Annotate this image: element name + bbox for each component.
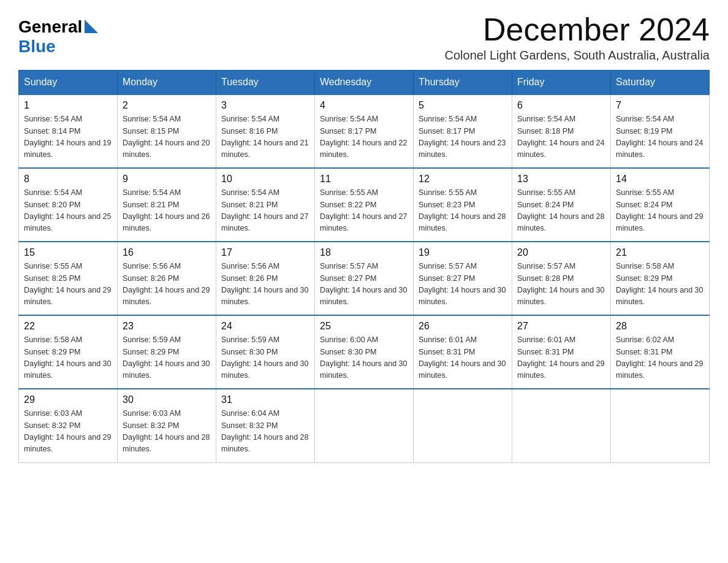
day-number: 20 xyxy=(517,247,605,258)
table-row: 30Sunrise: 6:03 AMSunset: 8:32 PMDayligh… xyxy=(118,389,216,462)
logo-icon: General Blue xyxy=(18,17,98,56)
day-number: 30 xyxy=(123,394,211,405)
day-info: Sunrise: 6:04 AMSunset: 8:32 PMDaylight:… xyxy=(221,408,309,456)
table-row: 22Sunrise: 5:58 AMSunset: 8:29 PMDayligh… xyxy=(19,315,118,389)
day-number: 7 xyxy=(616,100,704,111)
table-row: 21Sunrise: 5:58 AMSunset: 8:29 PMDayligh… xyxy=(611,242,710,315)
day-info: Sunrise: 5:57 AMSunset: 8:27 PMDaylight:… xyxy=(419,261,507,308)
day-info: Sunrise: 5:54 AMSunset: 8:17 PMDaylight:… xyxy=(320,113,408,161)
table-row: 20Sunrise: 5:57 AMSunset: 8:28 PMDayligh… xyxy=(512,242,611,315)
day-info: Sunrise: 5:58 AMSunset: 8:29 PMDaylight:… xyxy=(24,334,112,382)
table-row: 28Sunrise: 6:02 AMSunset: 8:31 PMDayligh… xyxy=(611,315,710,389)
day-info: Sunrise: 5:54 AMSunset: 8:20 PMDaylight:… xyxy=(24,187,112,235)
day-info: Sunrise: 6:00 AMSunset: 8:30 PMDaylight:… xyxy=(320,334,408,382)
logo-general-text: General xyxy=(18,17,82,37)
day-info: Sunrise: 5:59 AMSunset: 8:30 PMDaylight:… xyxy=(221,334,309,382)
day-number: 31 xyxy=(221,394,309,405)
table-row: 18Sunrise: 5:57 AMSunset: 8:27 PMDayligh… xyxy=(315,242,414,315)
table-row: 24Sunrise: 5:59 AMSunset: 8:30 PMDayligh… xyxy=(216,315,315,389)
day-info: Sunrise: 5:55 AMSunset: 8:23 PMDaylight:… xyxy=(419,187,507,235)
table-row: 25Sunrise: 6:00 AMSunset: 8:30 PMDayligh… xyxy=(315,315,414,389)
table-row: 12Sunrise: 5:55 AMSunset: 8:23 PMDayligh… xyxy=(414,168,512,242)
header-sunday: Sunday xyxy=(19,71,118,95)
table-row: 26Sunrise: 6:01 AMSunset: 8:31 PMDayligh… xyxy=(414,315,512,389)
table-row xyxy=(512,389,611,462)
day-number: 10 xyxy=(221,174,309,185)
day-info: Sunrise: 5:55 AMSunset: 8:24 PMDaylight:… xyxy=(517,187,605,235)
table-row: 6Sunrise: 5:54 AMSunset: 8:18 PMDaylight… xyxy=(512,94,611,168)
day-info: Sunrise: 5:54 AMSunset: 8:16 PMDaylight:… xyxy=(221,113,309,161)
day-number: 16 xyxy=(123,247,211,258)
day-info: Sunrise: 6:03 AMSunset: 8:32 PMDaylight:… xyxy=(24,408,112,456)
table-row: 7Sunrise: 5:54 AMSunset: 8:19 PMDaylight… xyxy=(611,94,710,168)
header-thursday: Thursday xyxy=(414,71,512,95)
day-number: 8 xyxy=(24,174,112,185)
day-info: Sunrise: 5:57 AMSunset: 8:27 PMDaylight:… xyxy=(320,261,408,308)
table-row: 2Sunrise: 5:54 AMSunset: 8:15 PMDaylight… xyxy=(118,94,216,168)
header-saturday: Saturday xyxy=(611,71,710,95)
day-info: Sunrise: 5:54 AMSunset: 8:18 PMDaylight:… xyxy=(517,113,605,161)
day-info: Sunrise: 5:56 AMSunset: 8:26 PMDaylight:… xyxy=(123,261,211,308)
table-row: 19Sunrise: 5:57 AMSunset: 8:27 PMDayligh… xyxy=(414,242,512,315)
day-number: 22 xyxy=(24,321,112,332)
logo-blue-text: Blue xyxy=(18,37,56,56)
calendar-week-row: 29Sunrise: 6:03 AMSunset: 8:32 PMDayligh… xyxy=(19,389,710,462)
svg-marker-0 xyxy=(85,20,98,33)
day-number: 5 xyxy=(419,100,507,111)
day-info: Sunrise: 5:55 AMSunset: 8:22 PMDaylight:… xyxy=(320,187,408,235)
logo-arrow-icon xyxy=(85,20,98,33)
day-number: 12 xyxy=(419,174,507,185)
table-row: 5Sunrise: 5:54 AMSunset: 8:17 PMDaylight… xyxy=(414,94,512,168)
day-number: 11 xyxy=(320,174,408,185)
table-row: 15Sunrise: 5:55 AMSunset: 8:25 PMDayligh… xyxy=(19,242,118,315)
day-number: 14 xyxy=(616,174,704,185)
table-row: 11Sunrise: 5:55 AMSunset: 8:22 PMDayligh… xyxy=(315,168,414,242)
day-number: 13 xyxy=(517,174,605,185)
day-info: Sunrise: 5:58 AMSunset: 8:29 PMDaylight:… xyxy=(616,261,704,308)
day-number: 2 xyxy=(123,100,211,111)
table-row: 4Sunrise: 5:54 AMSunset: 8:17 PMDaylight… xyxy=(315,94,414,168)
day-number: 3 xyxy=(221,100,309,111)
table-row: 3Sunrise: 5:54 AMSunset: 8:16 PMDaylight… xyxy=(216,94,315,168)
header-friday: Friday xyxy=(512,71,611,95)
calendar-header-row: Sunday Monday Tuesday Wednesday Thursday… xyxy=(19,71,710,95)
table-row: 16Sunrise: 5:56 AMSunset: 8:26 PMDayligh… xyxy=(118,242,216,315)
day-info: Sunrise: 5:54 AMSunset: 8:19 PMDaylight:… xyxy=(616,113,704,161)
table-row: 31Sunrise: 6:04 AMSunset: 8:32 PMDayligh… xyxy=(216,389,315,462)
day-number: 6 xyxy=(517,100,605,111)
table-row: 23Sunrise: 5:59 AMSunset: 8:29 PMDayligh… xyxy=(118,315,216,389)
table-row: 29Sunrise: 6:03 AMSunset: 8:32 PMDayligh… xyxy=(19,389,118,462)
calendar-week-row: 1Sunrise: 5:54 AMSunset: 8:14 PMDaylight… xyxy=(19,94,710,168)
day-number: 4 xyxy=(320,100,408,111)
day-info: Sunrise: 5:56 AMSunset: 8:26 PMDaylight:… xyxy=(221,261,309,308)
day-number: 25 xyxy=(320,321,408,332)
calendar-title: December 2024 xyxy=(445,12,710,47)
day-number: 18 xyxy=(320,247,408,258)
page-header: General Blue December 2024 Colonel Light… xyxy=(18,12,710,63)
table-row xyxy=(414,389,512,462)
table-row: 8Sunrise: 5:54 AMSunset: 8:20 PMDaylight… xyxy=(19,168,118,242)
header-monday: Monday xyxy=(118,71,216,95)
day-info: Sunrise: 5:55 AMSunset: 8:24 PMDaylight:… xyxy=(616,187,704,235)
day-number: 29 xyxy=(24,394,112,405)
day-info: Sunrise: 5:57 AMSunset: 8:28 PMDaylight:… xyxy=(517,261,605,308)
table-row: 17Sunrise: 5:56 AMSunset: 8:26 PMDayligh… xyxy=(216,242,315,315)
day-number: 28 xyxy=(616,321,704,332)
day-number: 9 xyxy=(123,174,211,185)
calendar-week-row: 8Sunrise: 5:54 AMSunset: 8:20 PMDaylight… xyxy=(19,168,710,242)
day-info: Sunrise: 6:01 AMSunset: 8:31 PMDaylight:… xyxy=(517,334,605,382)
day-info: Sunrise: 5:54 AMSunset: 8:14 PMDaylight:… xyxy=(24,113,112,161)
header-tuesday: Tuesday xyxy=(216,71,315,95)
day-info: Sunrise: 5:59 AMSunset: 8:29 PMDaylight:… xyxy=(123,334,211,382)
title-block: December 2024 Colonel Light Gardens, Sou… xyxy=(445,12,710,63)
day-number: 24 xyxy=(221,321,309,332)
day-info: Sunrise: 6:01 AMSunset: 8:31 PMDaylight:… xyxy=(419,334,507,382)
calendar-week-row: 15Sunrise: 5:55 AMSunset: 8:25 PMDayligh… xyxy=(19,242,710,315)
day-info: Sunrise: 5:54 AMSunset: 8:21 PMDaylight:… xyxy=(221,187,309,235)
day-info: Sunrise: 5:55 AMSunset: 8:25 PMDaylight:… xyxy=(24,261,112,308)
calendar-week-row: 22Sunrise: 5:58 AMSunset: 8:29 PMDayligh… xyxy=(19,315,710,389)
day-number: 23 xyxy=(123,321,211,332)
day-info: Sunrise: 6:02 AMSunset: 8:31 PMDaylight:… xyxy=(616,334,704,382)
logo: General Blue xyxy=(18,17,98,56)
day-number: 19 xyxy=(419,247,507,258)
